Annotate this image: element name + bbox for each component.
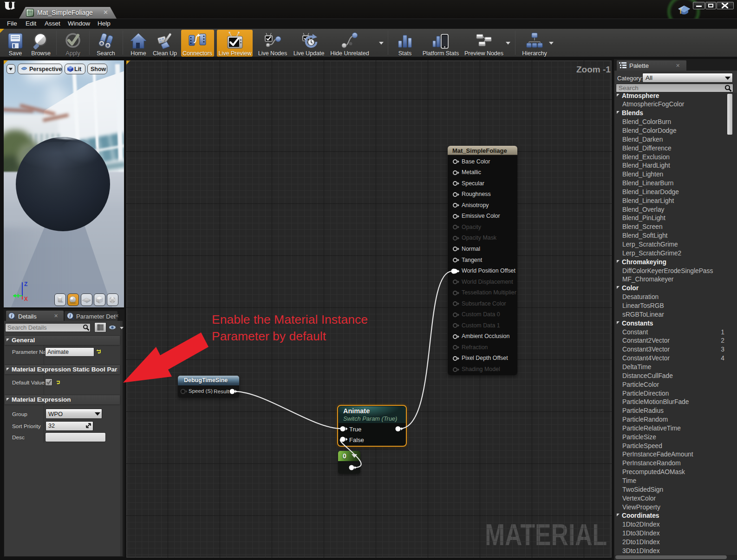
svg-text:i: i <box>11 313 13 319</box>
svg-text:i: i <box>70 313 71 319</box>
svg-text:Z: Z <box>24 281 27 287</box>
svg-text:X: X <box>24 296 28 301</box>
